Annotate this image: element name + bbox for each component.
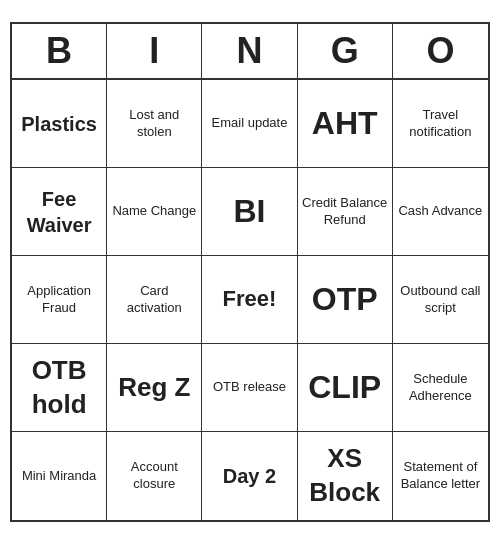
bingo-cell[interactable]: Reg Z [107, 344, 202, 432]
bingo-cell[interactable]: Credit Balance Refund [298, 168, 393, 256]
bingo-cell[interactable]: CLIP [298, 344, 393, 432]
bingo-cell[interactable]: Email update [202, 80, 297, 168]
bingo-cell[interactable]: AHT [298, 80, 393, 168]
bingo-cell[interactable]: Account closure [107, 432, 202, 520]
cell-text: CLIP [308, 367, 381, 409]
bingo-cell[interactable]: Mini Miranda [12, 432, 107, 520]
bingo-card: BINGO PlasticsLost and stolenEmail updat… [10, 22, 490, 522]
cell-text: Email update [212, 115, 288, 132]
header-letter: G [298, 24, 393, 78]
bingo-cell[interactable]: Cash Advance [393, 168, 488, 256]
cell-text: Fee Waiver [16, 186, 102, 238]
cell-text: XS Block [302, 442, 388, 510]
cell-text: Reg Z [118, 371, 190, 405]
cell-text: Application Fraud [16, 283, 102, 317]
bingo-cell[interactable]: Fee Waiver [12, 168, 107, 256]
cell-text: Outbound call script [397, 283, 484, 317]
bingo-cell[interactable]: Day 2 [202, 432, 297, 520]
cell-text: Travel notification [397, 107, 484, 141]
header-letter: N [202, 24, 297, 78]
bingo-cell[interactable]: Outbound call script [393, 256, 488, 344]
bingo-grid: PlasticsLost and stolenEmail updateAHTTr… [12, 80, 488, 520]
header-letter: B [12, 24, 107, 78]
cell-text: AHT [312, 103, 378, 145]
bingo-cell[interactable]: Free! [202, 256, 297, 344]
header-letter: I [107, 24, 202, 78]
bingo-cell[interactable]: BI [202, 168, 297, 256]
cell-text: Name Change [112, 203, 196, 220]
cell-text: OTP [312, 279, 378, 321]
bingo-cell[interactable]: Travel notification [393, 80, 488, 168]
cell-text: Free! [223, 285, 277, 314]
bingo-cell[interactable]: Plastics [12, 80, 107, 168]
cell-text: Schedule Adherence [397, 371, 484, 405]
bingo-cell[interactable]: XS Block [298, 432, 393, 520]
cell-text: Card activation [111, 283, 197, 317]
cell-text: Plastics [21, 111, 97, 137]
cell-text: Cash Advance [398, 203, 482, 220]
header-letter: O [393, 24, 488, 78]
bingo-cell[interactable]: OTP [298, 256, 393, 344]
cell-text: Lost and stolen [111, 107, 197, 141]
bingo-cell[interactable]: OTB hold [12, 344, 107, 432]
cell-text: Credit Balance Refund [302, 195, 388, 229]
cell-text: BI [233, 191, 265, 233]
bingo-header: BINGO [12, 24, 488, 80]
cell-text: Statement of Balance letter [397, 459, 484, 493]
cell-text: Mini Miranda [22, 468, 96, 485]
bingo-cell[interactable]: Schedule Adherence [393, 344, 488, 432]
bingo-cell[interactable]: Name Change [107, 168, 202, 256]
bingo-cell[interactable]: OTB release [202, 344, 297, 432]
bingo-cell[interactable]: Lost and stolen [107, 80, 202, 168]
cell-text: Account closure [111, 459, 197, 493]
cell-text: Day 2 [223, 463, 276, 489]
cell-text: OTB release [213, 379, 286, 396]
bingo-cell[interactable]: Statement of Balance letter [393, 432, 488, 520]
bingo-cell[interactable]: Application Fraud [12, 256, 107, 344]
bingo-cell[interactable]: Card activation [107, 256, 202, 344]
cell-text: OTB hold [16, 354, 102, 422]
